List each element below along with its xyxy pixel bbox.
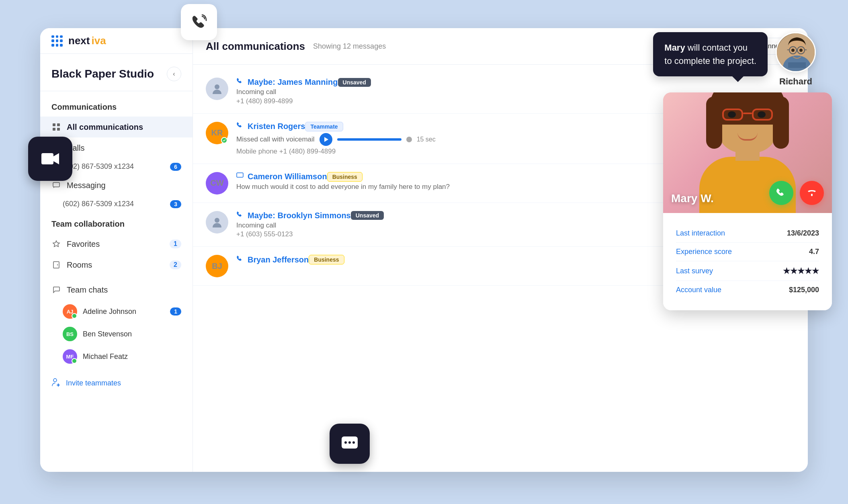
- right-overlay: Mary will contact youto complete the pro…: [653, 32, 816, 87]
- messages-count: Showing 12 messages: [313, 42, 386, 51]
- hair-left: [706, 96, 722, 149]
- experience-score-row: Experience score 4.7: [676, 243, 819, 261]
- last-interaction-row: Last interaction 13/6/2023: [676, 224, 819, 243]
- svg-point-4: [352, 441, 355, 444]
- calls-badge: 6: [170, 163, 181, 171]
- grid-icon: [51, 122, 61, 132]
- svg-point-3: [348, 441, 351, 444]
- chat-bubble-icon: [340, 434, 359, 453]
- bryan-name: Bryan Jefferson: [248, 255, 309, 264]
- brooklyn-avatar: [206, 211, 228, 234]
- adeline-online-dot: [72, 313, 77, 319]
- james-name: Maybe: James Manning: [248, 78, 338, 87]
- team-chats-label: Team chats: [67, 285, 181, 295]
- michael-online-dot: [72, 358, 77, 364]
- svg-point-11: [57, 264, 58, 265]
- floating-video-button[interactable]: [28, 137, 72, 181]
- rooms-label: Rooms: [67, 260, 170, 270]
- svg-point-22: [791, 49, 795, 52]
- experience-score-label: Experience score: [676, 248, 732, 256]
- glasses-bridge: [743, 113, 752, 114]
- kristen-tag: Teammate: [305, 122, 343, 131]
- glasses-left: [722, 109, 743, 121]
- messaging-label: Messaging: [67, 181, 181, 190]
- favorites-label: Favorites: [67, 240, 170, 249]
- all-communications-label: All communications: [67, 123, 181, 132]
- phone-icon-james: [236, 78, 244, 87]
- ben-name: Ben Stevenson: [83, 330, 181, 338]
- main-title: All communications: [206, 40, 305, 53]
- sidebar-item-rooms[interactable]: Rooms 2: [40, 254, 193, 275]
- bryan-tag: Business: [309, 255, 344, 264]
- bryan-avatar: BJ: [206, 255, 228, 277]
- last-interaction-label: Last interaction: [676, 229, 725, 238]
- video-camera-icon: [40, 148, 61, 169]
- james-tag: Unsaved: [338, 78, 371, 87]
- caller-name-overlay: Mary W.: [671, 192, 714, 205]
- richard-avatar: [776, 32, 816, 72]
- logo-text-tiva: iva: [91, 35, 106, 47]
- last-survey-stars: ★★★★★: [783, 266, 819, 276]
- tooltip-bubble: Mary will contact youto complete the pro…: [653, 32, 768, 76]
- brooklyn-tag: Unsaved: [351, 211, 384, 220]
- michael-name: Michael Featz: [83, 352, 181, 361]
- michael-avatar: MF: [63, 349, 77, 364]
- invite-teammates-label: Invite teammates: [66, 379, 121, 387]
- call-buttons: [769, 181, 824, 205]
- message-icon: [51, 180, 61, 190]
- james-avatar: [206, 78, 228, 100]
- message-icon-cameron: [236, 172, 244, 181]
- sidebar: nextiva Black Paper Studio ‹ Communicati…: [40, 28, 193, 472]
- floating-call-button[interactable]: [181, 4, 217, 40]
- account-value: $125,000: [789, 286, 819, 294]
- play-button[interactable]: [320, 133, 332, 146]
- adeline-avatar: AJ: [63, 304, 77, 319]
- workspace-title: Black Paper Studio: [51, 68, 154, 80]
- sidebar-item-michael-featz[interactable]: MF Michael Featz: [40, 345, 193, 368]
- ben-avatar: BS: [63, 327, 77, 341]
- svg-rect-5: [53, 123, 55, 126]
- glasses-right: [752, 109, 773, 121]
- nextiva-header: nextiva: [40, 28, 193, 54]
- account-value-label: Account value: [676, 286, 721, 294]
- sidebar-item-messaging-number[interactable]: (602) 867-5309 x1234 3: [40, 196, 193, 212]
- richard-section: Richard: [776, 32, 816, 87]
- sidebar-item-adeline-johnson[interactable]: AJ Adeline Johnson 1: [40, 300, 193, 323]
- tooltip-richard-row: Mary will contact youto complete the pro…: [653, 32, 816, 87]
- cameron-tag: Business: [327, 172, 363, 182]
- svg-rect-19: [788, 62, 806, 68]
- svg-rect-24: [811, 194, 813, 196]
- sidebar-section-team-chats: Team chats: [40, 279, 193, 300]
- svg-point-15: [215, 218, 219, 223]
- adeline-badge: 1: [170, 307, 181, 316]
- star-icon: [51, 239, 61, 249]
- sidebar-item-all-communications[interactable]: All communications: [40, 117, 193, 137]
- face: [717, 92, 778, 153]
- cameron-avatar: CW: [206, 172, 228, 195]
- last-interaction-value: 13/6/2023: [787, 229, 819, 238]
- sidebar-item-ben-stevenson[interactable]: BS Ben Stevenson: [40, 323, 193, 345]
- team-collaboration-section-title: Team collaboration: [40, 216, 193, 234]
- phone-icon-brooklyn: [236, 211, 244, 220]
- smile: [737, 133, 758, 141]
- decline-call-button[interactable]: [800, 181, 824, 205]
- svg-rect-10: [53, 262, 59, 268]
- invite-teammates-button[interactable]: Invite teammates: [40, 372, 193, 395]
- floating-chat-button[interactable]: [330, 424, 370, 464]
- rooms-badge: 2: [170, 260, 181, 269]
- call-info-card: Last interaction 13/6/2023 Experience sc…: [663, 213, 832, 310]
- adeline-name: Adeline Johnson: [83, 307, 170, 316]
- favorites-badge: 1: [170, 240, 181, 248]
- account-value-row: Account value $125,000: [676, 281, 819, 299]
- svg-point-12: [53, 379, 57, 382]
- sidebar-item-favorites[interactable]: Favorites 1: [40, 234, 193, 254]
- back-button[interactable]: ‹: [167, 67, 181, 81]
- sidebar-header: Black Paper Studio ‹: [40, 54, 193, 91]
- kristen-preview: Missed call with voicemail: [236, 134, 315, 145]
- accept-call-button[interactable]: [769, 181, 793, 205]
- experience-score-value: 4.7: [809, 248, 819, 256]
- eye-right: [758, 111, 766, 118]
- grid-menu-icon[interactable]: [51, 35, 63, 47]
- phone-call-icon: [190, 13, 208, 31]
- chat-icon: [51, 285, 61, 295]
